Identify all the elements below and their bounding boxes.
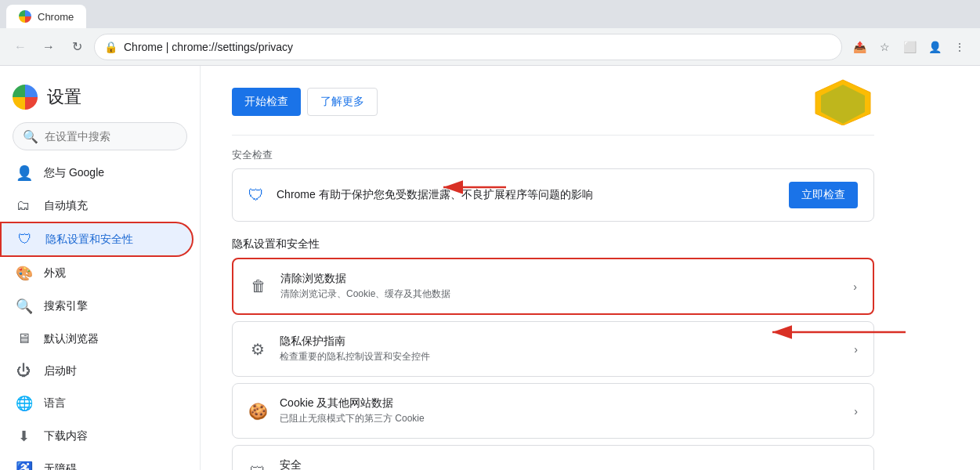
privacy-guide-desc: 检查重要的隐私控制设置和安全控件 (280, 350, 854, 363)
sidebar-item-browser[interactable]: 🖥 默认浏览器 (0, 323, 193, 355)
security-shield-icon: 🛡 (248, 186, 264, 204)
appearance-icon: 🎨 (16, 265, 31, 282)
reload-button[interactable]: ↻ (66, 36, 88, 58)
power-icon: ⏻ (16, 363, 31, 379)
security-check-card: 🛡 Chrome 有助于保护您免受数据泄露、不良扩展程序等问题的影响 立即检查 (232, 168, 874, 222)
content-area: 开始检查 了解更多 安全检查 🛡 Chrome 有助于保护您免受数据泄露、不良扩… (201, 66, 980, 470)
security-chevron-icon: › (854, 467, 858, 471)
lock-icon: 🔒 (104, 41, 118, 53)
tab-bar: Chrome (0, 0, 980, 28)
search-bar[interactable]: 🔍 (13, 122, 187, 150)
shield-image (812, 78, 874, 125)
active-tab[interactable]: Chrome (6, 5, 86, 28)
sidebar-item-privacy[interactable]: 🛡 隐私设置和安全性 (0, 222, 193, 257)
sidebar-label-accessibility: 无障碍 (44, 462, 77, 470)
clear-browsing-content: 清除浏览数据 清除浏览记录、Cookie、缓存及其他数据 (280, 272, 853, 301)
tab-search-button[interactable]: ⬜ (899, 36, 920, 58)
accessibility-icon: ♿ (16, 461, 31, 470)
cookies-chevron-icon: › (854, 405, 858, 418)
settings-title: 设置 (47, 85, 81, 109)
forward-button[interactable]: → (38, 36, 60, 58)
security-check-text: Chrome 有助于保护您免受数据泄露、不良扩展程序等问题的影响 (277, 188, 776, 202)
search-input[interactable] (45, 130, 182, 143)
nav-actions: 📤 ☆ ⬜ 👤 ⋮ (848, 36, 971, 58)
sidebar-item-language[interactable]: 🌐 语言 (0, 387, 193, 420)
sidebar-label-google: 您与 Google (44, 166, 104, 180)
sidebar-label-search: 搜索引擎 (44, 299, 88, 313)
privacy-guide-title: 隐私保护指南 (280, 334, 854, 349)
sidebar-item-autofill[interactable]: 🗂 自动填充 (0, 190, 193, 222)
browser-icon: 🖥 (16, 331, 31, 347)
privacy-guide-chevron-icon: › (854, 343, 858, 356)
back-button[interactable]: ← (9, 36, 31, 58)
cast-button[interactable]: 📤 (848, 36, 870, 58)
settings-item-privacy-guide[interactable]: ⚙ 隐私保护指南 检查重要的隐私控制设置和安全控件 › (232, 321, 874, 377)
security-check-button[interactable]: 立即检查 (789, 182, 858, 208)
privacy-guide-content: 隐私保护指南 检查重要的隐私控制设置和安全控件 (280, 334, 854, 363)
sidebar-item-search[interactable]: 🔍 搜索引擎 (0, 290, 193, 323)
language-icon: 🌐 (16, 395, 31, 412)
download-icon: ⬇ (16, 428, 31, 445)
cookies-desc: 已阻止无痕模式下的第三方 Cookie (280, 412, 854, 425)
cookies-content: Cookie 及其他网站数据 已阻止无痕模式下的第三方 Cookie (280, 396, 854, 425)
sidebar-label-download: 下载内容 (44, 429, 88, 443)
clear-browsing-chevron-icon: › (853, 280, 857, 293)
sidebar-label-appearance: 外观 (44, 266, 66, 280)
person-icon: 👤 (16, 164, 31, 182)
chrome-favicon-icon (19, 10, 31, 23)
security-content: 安全 安全浏览（保护您免受危险网站的侵害）和其他安全设置 (280, 458, 854, 470)
security-title: 安全 (280, 458, 854, 470)
content-inner: 开始检查 了解更多 安全检查 🛡 Chrome 有助于保护您免受数据泄露、不良扩… (201, 66, 906, 470)
sidebar-label-privacy: 隐私设置和安全性 (45, 233, 133, 247)
search-bar-wrap: 🔍 (0, 122, 200, 157)
security-item-icon: 🛡 (248, 464, 267, 470)
chrome-logo-icon (13, 85, 38, 110)
nav-bar: ← → ↻ 🔒 Chrome | chrome://settings/priva… (0, 28, 980, 66)
autofill-icon: 🗂 (16, 197, 31, 214)
address-bar[interactable]: 🔒 Chrome | chrome://settings/privacy (94, 34, 842, 60)
sidebar-label-startup: 启动时 (44, 364, 77, 378)
cookie-icon: 🍪 (248, 402, 267, 421)
settings-item-cookies[interactable]: 🍪 Cookie 及其他网站数据 已阻止无痕模式下的第三方 Cookie › (232, 383, 874, 439)
sidebar-label-autofill: 自动填充 (44, 199, 88, 213)
security-check-label: 安全检查 (232, 148, 874, 162)
shield-active-icon: 🛡 (17, 231, 33, 248)
main-layout: 设置 🔍 👤 您与 Google 🗂 自动填充 🛡 隐私设置和安全性 (0, 66, 980, 470)
sidebar-item-google[interactable]: 👤 您与 Google (0, 157, 193, 190)
sidebar-label-language: 语言 (44, 396, 66, 410)
clear-browsing-desc: 清除浏览记录、Cookie、缓存及其他数据 (280, 287, 853, 301)
address-text: Chrome | chrome://settings/privacy (124, 41, 832, 53)
partial-btn-2[interactable]: 了解更多 (307, 88, 378, 116)
search-icon: 🔍 (23, 129, 38, 144)
bookmark-button[interactable]: ☆ (873, 36, 895, 58)
top-partial-section: 开始检查 了解更多 (232, 78, 874, 136)
sidebar-item-startup[interactable]: ⏻ 启动时 (0, 355, 193, 387)
tab-label: Chrome (38, 11, 74, 23)
privacy-section-title: 隐私设置和安全性 (232, 237, 874, 251)
sidebar: 设置 🔍 👤 您与 Google 🗂 自动填充 🛡 隐私设置和安全性 (0, 66, 201, 470)
trash-icon: 🗑 (249, 277, 268, 295)
partial-btn-1[interactable]: 开始检查 (232, 88, 301, 116)
clear-browsing-title: 清除浏览数据 (280, 272, 853, 286)
settings-item-security[interactable]: 🛡 安全 安全浏览（保护您免受危险网站的侵害）和其他安全设置 › (232, 445, 874, 470)
profile-button[interactable]: 👤 (924, 36, 946, 58)
sidebar-item-accessibility[interactable]: ♿ 无障碍 (0, 453, 193, 470)
search-engine-icon: 🔍 (16, 298, 31, 315)
sidebar-item-download[interactable]: ⬇ 下载内容 (0, 420, 193, 453)
settings-header: 设置 (0, 72, 200, 122)
menu-button[interactable]: ⋮ (949, 36, 971, 58)
sidebar-item-appearance[interactable]: 🎨 外观 (0, 257, 193, 290)
cookies-title: Cookie 及其他网站数据 (280, 396, 854, 410)
top-partial-buttons: 开始检查 了解更多 (232, 88, 378, 116)
settings-item-clear-browsing[interactable]: 🗑 清除浏览数据 清除浏览记录、Cookie、缓存及其他数据 › (232, 258, 874, 315)
privacy-guide-icon: ⚙ (248, 340, 267, 359)
sidebar-label-browser: 默认浏览器 (44, 332, 99, 346)
